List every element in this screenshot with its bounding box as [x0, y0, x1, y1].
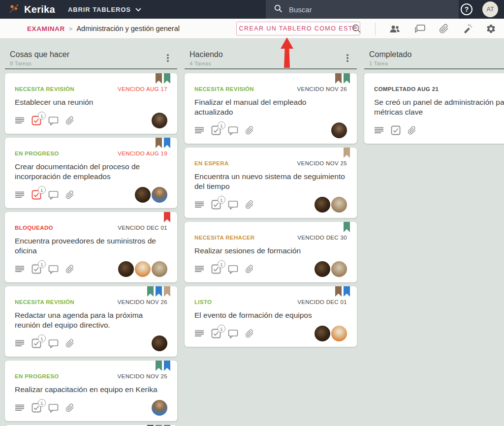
card-indicators: 1 — [194, 125, 254, 135]
assignee-avatar — [331, 261, 347, 277]
team-icon[interactable] — [389, 24, 401, 34]
chat-icon — [228, 264, 238, 274]
task-card[interactable]: BLOQUEADOVENCIDO DEC 01Encuentra proveed… — [5, 212, 177, 282]
card-avatars — [315, 197, 347, 213]
page-title: Administración y gestión general — [76, 25, 180, 32]
card-due-date: VENCIDO NOV 25 — [297, 160, 347, 166]
column-menu-icon[interactable] — [162, 52, 173, 64]
card-flags — [156, 138, 170, 148]
column-menu-icon[interactable] — [342, 52, 353, 64]
column-cards: NECESITA REVISIÓNVENCIDO NOV 26Finalizar… — [185, 73, 357, 347]
bookmark-flag — [147, 286, 154, 297]
description-icon — [15, 264, 25, 274]
description-icon — [15, 116, 25, 125]
checklist-icon: 1 — [211, 125, 221, 135]
task-card[interactable]: NECESITA REHACERVENCIDO DEC 30Realizar s… — [185, 222, 357, 282]
breadcrumb-examinar[interactable]: EXAMINAR — [27, 25, 65, 32]
checklist-icon: 1 — [211, 329, 221, 338]
card-status-label: COMPLETADO AUG 21 — [374, 86, 439, 92]
task-card[interactable]: LISTOVENCIDO DEC 01El evento de formació… — [185, 286, 357, 347]
card-title: Crear documentación del proceso de incor… — [15, 162, 167, 182]
attachment-icon — [65, 116, 74, 125]
board-toolbar: EXAMINAR > Administración y gestión gene… — [0, 19, 504, 39]
settings-icon[interactable] — [486, 24, 496, 34]
card-due-date: VENCIDO NOV 26 — [297, 86, 347, 92]
description-icon — [194, 200, 204, 210]
description-icon — [194, 125, 204, 135]
card-due-date: VENCIDO DEC 01 — [118, 225, 167, 231]
open-boards-label: ABRIR TABLEROS — [68, 6, 131, 13]
chat-icon — [48, 190, 59, 200]
task-card[interactable]: NECESITA REVISIÓNVENCIDO NOV 26Finalizar… — [185, 73, 357, 144]
assignee-avatar — [315, 261, 330, 277]
task-card[interactable]: EN ESPERAVENCIDO NOV 25Encuentra un nuev… — [185, 148, 357, 218]
card-title: Realizar capacitación en equipo en Kerik… — [15, 385, 167, 395]
column-header: Completado1 Tarea — [364, 49, 504, 69]
task-card[interactable]: EN PROGRESOVENCIDO NOV 25Realizar capaci… — [5, 361, 177, 421]
description-icon — [15, 338, 25, 348]
zoom-out-icon[interactable] — [351, 24, 362, 34]
card-due-date: VENCIDO NOV 25 — [118, 373, 167, 379]
card-indicators — [374, 125, 416, 135]
checklist-icon: 1 — [32, 116, 41, 125]
card-avatars — [152, 335, 167, 351]
card-title: Encuentra un nuevo sistema de seguimient… — [194, 172, 347, 191]
description-icon — [15, 190, 25, 200]
task-card[interactable]: COMPLETADO AUG 21Se creó un panel de adm… — [364, 73, 504, 144]
bookmark-flag — [164, 286, 170, 297]
bookmark-flag — [344, 222, 350, 232]
card-status-label: EN PROGRESO — [15, 373, 59, 379]
assignee-avatar — [152, 400, 167, 416]
attachment-icon — [65, 264, 74, 274]
column-title: Completado — [369, 50, 504, 59]
bookmark-flag — [344, 73, 350, 84]
app-name: Kerika — [24, 4, 55, 15]
assignee-avatar — [118, 261, 134, 277]
breadcrumb: EXAMINAR > Administración y gestión gene… — [27, 25, 180, 32]
card-due-date: VENCIDO AUG 17 — [118, 86, 167, 92]
app-logo[interactable]: Kerika — [8, 2, 55, 16]
chat-icon — [48, 403, 59, 413]
task-card[interactable]: EN PROGRESOVENCIDO AUG 19Crear documenta… — [5, 138, 177, 208]
assignee-avatar — [152, 261, 167, 277]
assignee-avatar — [315, 326, 330, 341]
bookmark-flag — [156, 286, 162, 297]
task-card[interactable]: NECESITA REVISIÓNVENCIDO NOV 26Redactar … — [5, 286, 177, 357]
user-avatar[interactable]: AT — [482, 1, 498, 17]
assignee-avatar — [152, 187, 167, 203]
checklist-icon: 1 — [32, 338, 41, 348]
attachment-icon — [245, 264, 254, 274]
assignee-avatar — [331, 326, 347, 341]
assignee-avatar — [152, 335, 167, 351]
search-input[interactable]: Buscar — [266, 0, 459, 19]
task-card[interactable]: NECESITA REVISIÓNVENCIDO AUG 17Establece… — [5, 73, 177, 134]
card-indicators: 1 — [15, 264, 74, 274]
column-task-count: 8 Tareas — [10, 61, 173, 66]
card-title: Redactar una agenda para la próxima reun… — [15, 310, 167, 330]
card-status-label: NECESITA REVISIÓN — [15, 299, 74, 305]
assignee-avatar — [331, 122, 347, 138]
card-status-label: NECESITA REVISIÓN — [15, 86, 74, 92]
board-column: Cosas que hacer8 TareasNECESITA REVISIÓN… — [5, 49, 177, 426]
card-flags — [335, 73, 350, 84]
card-avatars — [315, 261, 347, 277]
card-avatars — [315, 326, 347, 341]
attachments-icon[interactable] — [439, 24, 449, 34]
checklist-count-badge: 1 — [218, 196, 225, 204]
card-status-label: LISTO — [194, 299, 212, 305]
card-due-date: VENCIDO NOV 26 — [118, 299, 167, 305]
search-icon — [274, 4, 283, 15]
comments-icon[interactable] — [414, 24, 426, 34]
checklist-icon: 1 — [32, 264, 41, 274]
attachment-icon — [245, 200, 254, 210]
create-board-button[interactable]: CREAR UN TABLERO COMO ESTE — [236, 22, 360, 35]
open-boards-menu[interactable]: ABRIR TABLEROS — [68, 6, 141, 13]
assignee-avatar — [152, 113, 167, 128]
bookmark-flag — [164, 361, 170, 371]
help-icon[interactable]: ? — [461, 3, 472, 15]
column-task-count: 4 Tareas — [189, 61, 353, 66]
user-initials: AT — [486, 6, 494, 13]
highlights-icon[interactable] — [462, 24, 472, 34]
attachment-icon — [65, 338, 74, 348]
card-indicators: 1 — [194, 264, 254, 274]
